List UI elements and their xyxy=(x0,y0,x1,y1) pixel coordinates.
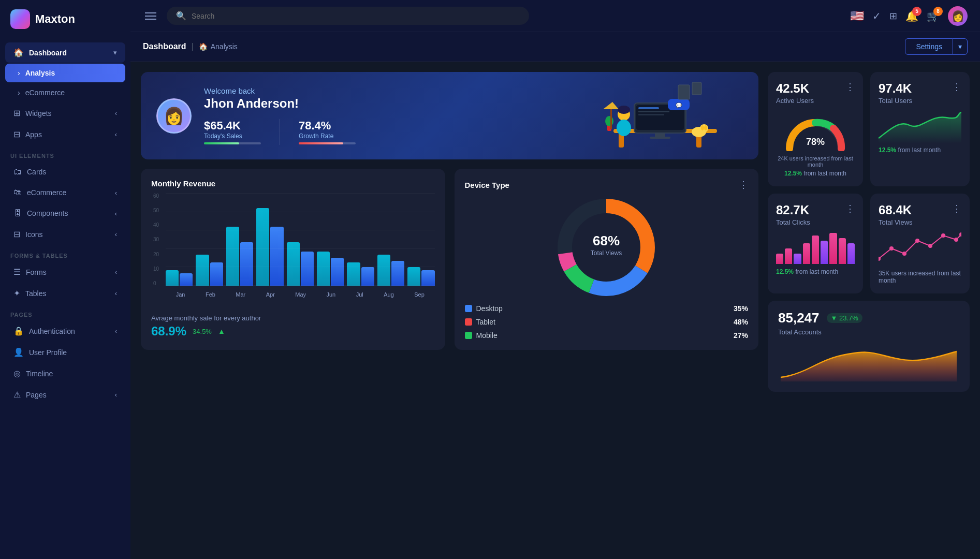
sidebar-label-icons: Icons xyxy=(25,230,110,239)
sidebar-item-authentication[interactable]: 🔒 Authentication ‹ xyxy=(5,321,125,341)
sidebar-item-timeline[interactable]: ◎ Timeline xyxy=(5,363,125,384)
total-clicks-menu[interactable]: ⋮ xyxy=(845,203,855,214)
search-bar[interactable]: 🔍 xyxy=(167,7,529,25)
sidebar-label-ecommerce: eCommerce xyxy=(25,89,117,97)
total-views-value: 68.4K xyxy=(879,203,912,217)
svg-point-37 xyxy=(928,244,932,248)
svg-point-35 xyxy=(902,252,906,256)
svg-point-20 xyxy=(605,116,613,126)
active-users-value: 42.5K xyxy=(776,81,809,96)
svg-point-38 xyxy=(941,233,945,238)
up-arrow-icon: ▲ xyxy=(218,327,225,335)
section-pages: PAGES xyxy=(0,304,130,320)
breadcrumb-root[interactable]: Dashboard xyxy=(143,42,186,51)
svg-point-39 xyxy=(954,238,958,242)
sidebar-item-ecommerce[interactable]: › eCommerce xyxy=(5,83,125,102)
active-users-sub: 24K users increased from last month xyxy=(776,155,855,168)
hamburger-button[interactable] xyxy=(143,10,158,22)
total-accounts-badge: ▼ 23.7% xyxy=(827,313,862,323)
sidebar-item-dashboard[interactable]: 🏠 Dashboard ▾ xyxy=(5,42,125,63)
header: 🔍 🇺🇸 ✓ ⊞ 🔔 5 🛒 8 👩 xyxy=(130,0,980,32)
gauge-chart: 78% xyxy=(776,110,855,151)
section-forms-tables: FORMS & TABLES xyxy=(0,245,130,261)
mobile-dot xyxy=(465,332,472,339)
main-area: 🔍 🇺🇸 ✓ ⊞ 🔔 5 🛒 8 👩 Dashboard | 🏠 Analysi… xyxy=(130,0,980,559)
bar-group-mar xyxy=(226,227,253,286)
cards-icon: 🗂 xyxy=(13,167,22,176)
check-icon[interactable]: ✓ xyxy=(872,10,881,22)
device-menu-icon[interactable]: ⋮ xyxy=(739,179,748,190)
sidebar-item-ecommerce2[interactable]: 🛍 eCommerce ‹ xyxy=(5,183,125,202)
bar-group-aug xyxy=(377,255,404,286)
sidebar-label-pages: Pages xyxy=(26,391,110,399)
sidebar-label-ecommerce2: eCommerce xyxy=(27,188,110,197)
chevron-left-icon5: ‹ xyxy=(115,230,117,238)
home-icon: 🏠 xyxy=(13,48,24,57)
sidebar-item-forms[interactable]: ☰ Forms ‹ xyxy=(5,262,125,282)
total-clicks-footer-text: from last month xyxy=(795,268,838,275)
total-views-card: 68.4K ⋮ Total Views xyxy=(870,194,970,293)
bar-group-sep xyxy=(407,267,434,286)
bar-group-apr xyxy=(256,208,283,286)
device-type-card: Device Type ⋮ xyxy=(455,169,759,350)
chevron-down-icon: ▾ xyxy=(113,49,117,56)
total-users-menu[interactable]: ⋮ xyxy=(952,81,961,93)
right-bottom-grid: 82.7K ⋮ Total Clicks xyxy=(768,194,970,293)
total-accounts-chart xyxy=(778,341,959,383)
legend-mobile: Mobile 27% xyxy=(465,331,749,340)
svg-text:78%: 78% xyxy=(806,137,825,147)
grid-icon[interactable]: ⊞ xyxy=(889,10,897,22)
bar-apr-1 xyxy=(256,208,269,286)
cart-badge: 8 xyxy=(933,7,943,16)
bar-jan-1 xyxy=(166,270,179,286)
bar-mar-1 xyxy=(226,227,239,286)
search-input[interactable] xyxy=(192,12,520,20)
settings-dropdown-button[interactable]: ▾ xyxy=(953,38,968,55)
sidebar-label-user-profile: User Profile xyxy=(29,348,117,357)
y-axis-labels: 60 50 40 30 20 10 0 xyxy=(151,193,161,286)
sidebar-item-components[interactable]: 🎛 Components ‹ xyxy=(5,203,125,223)
settings-button[interactable]: Settings xyxy=(905,38,953,55)
sidebar-item-cards[interactable]: 🗂 Cards xyxy=(5,162,125,182)
total-accounts-value: 85,247 xyxy=(778,310,820,326)
bar-group-feb xyxy=(196,255,223,286)
active-users-menu[interactable]: ⋮ xyxy=(845,81,855,93)
flag-icon[interactable]: 🇺🇸 xyxy=(850,9,864,23)
breadcrumb-bar: Dashboard | 🏠 Analysis Settings ▾ xyxy=(130,32,980,62)
total-users-chart xyxy=(879,110,961,143)
total-views-menu[interactable]: ⋮ xyxy=(952,203,961,214)
bar-group-jun xyxy=(317,252,344,286)
sidebar-item-tables[interactable]: ✦ Tables ‹ xyxy=(5,283,125,303)
sidebar-label-timeline: Timeline xyxy=(26,370,117,378)
sidebar-item-icons[interactable]: ⊟ Icons ‹ xyxy=(5,224,125,244)
mobile-label: Mobile xyxy=(476,331,498,340)
welcome-illustration: 💬 xyxy=(588,77,733,152)
tablet-pct: 48% xyxy=(734,318,748,326)
chevron-right-icon: › xyxy=(18,69,20,77)
components-icon: 🎛 xyxy=(13,209,22,218)
notification-icon[interactable]: 🔔 5 xyxy=(905,10,918,22)
donut-svg: 68% Total Views xyxy=(554,196,658,299)
sidebar-item-pages[interactable]: ⚠ Pages ‹ xyxy=(5,385,125,405)
svg-rect-6 xyxy=(650,137,670,139)
welcome-card: 👩 Welcome back Jhon Anderson! $65.4K Tod… xyxy=(141,72,758,159)
bar-aug-1 xyxy=(377,255,390,286)
cart-icon[interactable]: 🛒 8 xyxy=(927,10,940,22)
chevron-left-icon6: ‹ xyxy=(115,268,117,276)
sidebar-logo[interactable]: Maxton xyxy=(0,0,130,38)
bar-may-1 xyxy=(287,242,300,286)
monthly-revenue-title: Monthly Revenue xyxy=(151,179,215,188)
widgets-icon: ⊞ xyxy=(13,108,20,118)
avatar[interactable]: 👩 xyxy=(948,6,968,26)
bar-feb-1 xyxy=(196,255,209,286)
sidebar-item-user-profile[interactable]: 👤 User Profile xyxy=(5,342,125,362)
sidebar-item-analysis[interactable]: › Analysis xyxy=(5,64,125,82)
sidebar-item-widgets[interactable]: ⊞ Widgets ‹ xyxy=(5,103,125,123)
user-icon: 👤 xyxy=(13,347,24,357)
svg-text:68%: 68% xyxy=(593,233,620,248)
section-ui-elements: UI ELEMENTS xyxy=(0,145,130,161)
logo-icon xyxy=(10,9,30,29)
sidebar-item-apps[interactable]: ⊟ Apps ‹ xyxy=(5,124,125,144)
total-clicks-card: 82.7K ⋮ Total Clicks xyxy=(768,194,863,293)
total-clicks-footer: 12.5% from last month xyxy=(776,268,855,275)
